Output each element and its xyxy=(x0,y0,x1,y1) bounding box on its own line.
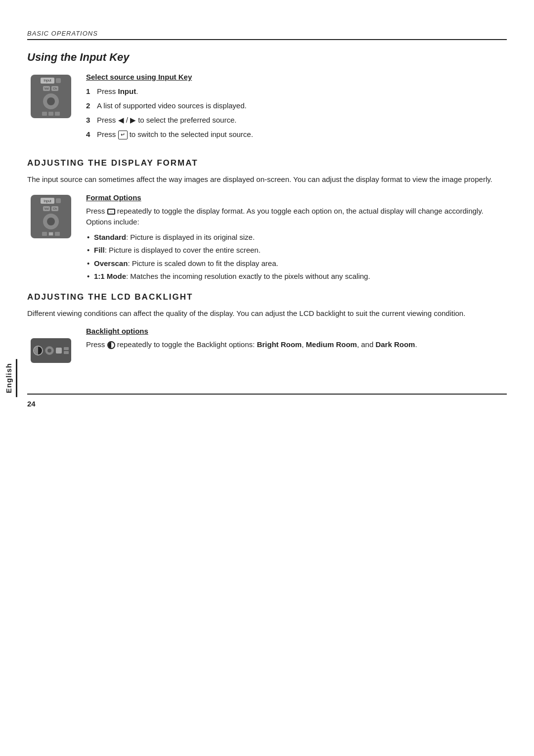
step-3-text: Press ◀ / ▶ to select the preferred sour… xyxy=(97,115,236,125)
header-section: BASIC OPERATIONS xyxy=(27,30,507,40)
header-divider xyxy=(27,39,507,40)
step-3: 3 Press ◀ / ▶ to select the preferred so… xyxy=(86,115,507,125)
language-tab: English xyxy=(0,0,19,756)
remote-image-backlight xyxy=(27,327,74,374)
language-label: English xyxy=(1,359,17,397)
format-options-heading: Format Options xyxy=(86,193,507,202)
format-remote-drawing: Input Vol Ch xyxy=(31,195,71,238)
format-options-section: Input Vol Ch xyxy=(27,193,507,287)
step-1: 1 Press Input. xyxy=(86,86,507,96)
backlight-options-section: Backlight options Press repeatedly to to… xyxy=(27,327,507,374)
step-num-1: 1 xyxy=(86,86,94,96)
page-wrapper: English BASIC OPERATIONS Using the Input… xyxy=(0,0,534,756)
circle-half-icon xyxy=(107,341,115,349)
page-number: 24 xyxy=(27,400,507,413)
remote-image-input: Input Vol Ch xyxy=(27,73,74,120)
bullet-standard: Standard: Picture is displayed in its or… xyxy=(86,232,507,243)
bullet-mode: 1:1 Mode: Matches the incoming resolutio… xyxy=(86,271,507,282)
backlight-remote-drawing xyxy=(31,338,71,363)
subsection-title: Select source using Input Key xyxy=(86,73,507,81)
backlight-body: Different viewing conditions can affect … xyxy=(27,308,507,319)
step-1-text: Press Input. xyxy=(97,86,138,96)
remote-image-format: Input Vol Ch xyxy=(27,193,74,240)
main-content: BASIC OPERATIONS Using the Input Key Inp… xyxy=(27,0,507,443)
step-num-4: 4 xyxy=(86,129,94,139)
display-format-body: The input source can sometimes affect th… xyxy=(27,174,507,185)
format-options-intro: Press ↔ repeatedly to toggle the display… xyxy=(86,206,507,228)
step-num-3: 3 xyxy=(86,115,94,125)
step-2: 2 A list of supported video sources is d… xyxy=(86,100,507,111)
input-key-section: Input Vol Ch xyxy=(27,73,507,143)
backlight-options-heading: Backlight options xyxy=(86,327,507,335)
format-bullets: Standard: Picture is displayed in its or… xyxy=(86,232,507,282)
bullet-fill: Fill: Picture is displayed to cover the … xyxy=(86,245,507,256)
format-options-content: Format Options Press ↔ repeatedly to tog… xyxy=(86,193,507,287)
step-4: 4 Press ↵ to switch to the selected inpu… xyxy=(86,129,507,139)
input-key-instructions: Select source using Input Key 1 Press In… xyxy=(86,73,507,143)
remote-drawing: Input Vol Ch xyxy=(31,75,71,118)
instruction-list: 1 Press Input. 2 A list of supported vid… xyxy=(86,86,507,139)
step-2-text: A list of supported video sources is dis… xyxy=(97,100,247,111)
backlight-options-content: Backlight options Press repeatedly to to… xyxy=(86,327,507,355)
backlight-options-text: Press repeatedly to toggle the Backlight… xyxy=(86,339,507,351)
step-num-2: 2 xyxy=(86,100,94,111)
display-format-heading: ADJUSTING THE DISPLAY FORMAT xyxy=(27,158,507,168)
section-title: Using the Input Key xyxy=(27,51,507,64)
bullet-overscan: Overscan: Picture is scaled down to fit … xyxy=(86,258,507,269)
backlight-heading: ADJUSTING THE LCD BACKLIGHT xyxy=(27,292,507,302)
category-label: BASIC OPERATIONS xyxy=(27,30,507,37)
footer-divider xyxy=(27,394,507,395)
step-4-text: Press ↵ to switch to the selected input … xyxy=(97,129,253,139)
enter-icon: ↵ xyxy=(118,131,128,139)
